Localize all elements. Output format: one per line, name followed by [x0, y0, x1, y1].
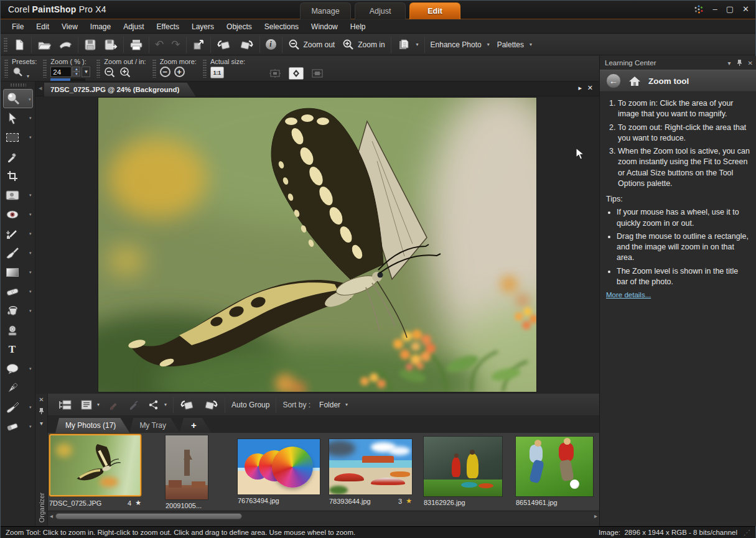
new-image-button[interactable]: [9, 37, 29, 53]
zoom-in-button[interactable]: Zoom in: [338, 37, 388, 53]
tool-flyout-arrow[interactable]: ▾: [29, 212, 32, 217]
rotate-left-button[interactable]: [213, 37, 235, 53]
tab-my-photos[interactable]: My Photos (17): [55, 418, 129, 433]
tab-scroll-left-icon[interactable]: ◂: [39, 84, 42, 92]
drag-handle[interactable]: [203, 59, 207, 78]
save-as-button[interactable]: [100, 37, 121, 53]
document-tab[interactable]: 7DSC_0725.JPG @ 24% (Background): [44, 83, 195, 96]
scroll-right-icon[interactable]: ▸: [594, 512, 597, 519]
resize-button[interactable]: [189, 37, 208, 53]
minimize-button[interactable]: –: [713, 4, 717, 14]
tool-eraser[interactable]: ▾: [3, 417, 33, 436]
thumbnail-20091005[interactable]: 20091005...: [166, 435, 208, 509]
tool-text[interactable]: T: [3, 340, 33, 359]
tool-object-extractor[interactable]: ▾: [3, 185, 33, 205]
rotate-right-button[interactable]: [235, 37, 258, 53]
drag-handle[interactable]: [4, 59, 8, 78]
menu-selections[interactable]: Selections: [258, 21, 305, 33]
menu-window[interactable]: Window: [305, 21, 344, 33]
print-button[interactable]: [126, 37, 147, 53]
maximize-button[interactable]: ▢: [726, 4, 734, 14]
tool-pen[interactable]: [3, 378, 33, 397]
organizer-rotate-right-button[interactable]: [199, 397, 223, 413]
undo-button[interactable]: ↶: [151, 37, 167, 52]
tool-flyout-arrow[interactable]: ▾: [29, 289, 32, 294]
open-button[interactable]: [34, 37, 55, 53]
presets-dropdown[interactable]: [12, 67, 29, 80]
menu-layers[interactable]: Layers: [185, 21, 220, 33]
workspace-tab-edit[interactable]: Edit: [409, 2, 460, 19]
thumbnail-7DSC_0725[interactable]: 7DSC_0725.JPG4: [49, 434, 141, 507]
zoom-spin-arrows[interactable]: ▲▼: [72, 67, 80, 77]
tab-scroll-right-icon[interactable]: ▸: [578, 84, 582, 92]
tool-makeover[interactable]: ▾: [3, 224, 33, 243]
tool-zoom[interactable]: ▾: [3, 89, 33, 108]
thumbnail-78393644[interactable]: 78393644.jpg3: [329, 439, 412, 505]
thumbnail-76763494[interactable]: 76763494.jpg: [238, 439, 320, 504]
tool-flyout-arrow[interactable]: ▾: [29, 231, 32, 236]
corel-guide-icon[interactable]: [693, 4, 704, 14]
pin-icon[interactable]: [737, 59, 742, 67]
tool-flyout-arrow[interactable]: ▾: [29, 308, 32, 313]
close-button[interactable]: ✕: [742, 4, 749, 14]
center-image-icon[interactable]: [289, 67, 304, 80]
menu-effects[interactable]: Effects: [151, 21, 185, 33]
panel-menu-icon[interactable]: ▾: [728, 60, 731, 67]
image-canvas[interactable]: [35, 96, 599, 394]
fit-window-to-image-icon[interactable]: [268, 67, 282, 80]
tool-crop[interactable]: [3, 166, 33, 185]
sort-by-dropdown[interactable]: Folder: [315, 399, 352, 411]
auto-group-button[interactable]: Auto Group: [227, 399, 274, 411]
tool-dropper[interactable]: [3, 147, 33, 166]
organizer-view-menu-button[interactable]: [77, 398, 104, 412]
menu-objects[interactable]: Objects: [220, 21, 258, 33]
drag-handle[interactable]: [96, 59, 100, 78]
tool-flood-fill[interactable]: ▾: [3, 301, 33, 320]
add-tray-button[interactable]: +: [180, 418, 212, 433]
organizer-horizontal-scrollbar[interactable]: ◂ ▸: [48, 511, 599, 521]
image-information-button[interactable]: i: [262, 37, 280, 52]
organizer-rotate-left-button[interactable]: [175, 397, 199, 413]
drag-handle[interactable]: [10, 83, 26, 86]
tool-selection[interactable]: ▾: [3, 128, 33, 147]
drag-handle[interactable]: [43, 59, 47, 78]
scroll-left-icon[interactable]: ◂: [50, 512, 53, 519]
tool-flyout-arrow[interactable]: ▾: [29, 135, 32, 140]
more-details-link[interactable]: More details...: [606, 291, 651, 299]
tool-paint-brush[interactable]: ▾: [3, 243, 33, 262]
actual-size-button[interactable]: 1:1: [210, 67, 224, 78]
tool-warp-brush[interactable]: ▾: [3, 397, 33, 417]
panel-close-icon[interactable]: ✕: [748, 60, 753, 67]
copy-special-button[interactable]: [393, 37, 422, 53]
organizer-pin-icon[interactable]: [39, 407, 44, 415]
tool-flyout-arrow[interactable]: ▾: [29, 424, 32, 429]
home-icon[interactable]: [628, 75, 641, 86]
organizer-info-button[interactable]: [124, 398, 144, 412]
zoom-percent-input[interactable]: [50, 67, 72, 77]
scan-button[interactable]: [55, 37, 76, 53]
save-button[interactable]: [80, 37, 100, 53]
zoom-more-out-button[interactable]: −: [160, 67, 170, 77]
zoom-more-in-button[interactable]: +: [174, 67, 185, 77]
tool-flyout-arrow[interactable]: ▾: [29, 405, 32, 410]
zoom-in-step-button[interactable]: [119, 67, 131, 80]
organizer-edit-button[interactable]: [104, 398, 124, 412]
organizer-menu-arrow-icon[interactable]: ▾: [40, 420, 43, 427]
organizer-panel-toggle-button[interactable]: [54, 397, 77, 412]
document-close-icon[interactable]: ✕: [587, 84, 593, 92]
tool-flyout-arrow[interactable]: ▾: [29, 251, 32, 256]
thumbnail-83162926[interactable]: 83162926.jpg: [424, 437, 502, 506]
back-icon[interactable]: ←: [606, 73, 621, 88]
scrollbar-thumb[interactable]: [55, 513, 242, 519]
zoom-out-step-button[interactable]: [104, 67, 116, 80]
menu-image[interactable]: Image: [84, 21, 117, 33]
workspace-tab-manage[interactable]: Manage: [300, 2, 351, 19]
tool-flyout-arrow[interactable]: ▾: [29, 193, 32, 198]
toolbar-drag-handle[interactable]: [4, 37, 7, 52]
menu-view[interactable]: View: [55, 21, 84, 33]
menu-edit[interactable]: Edit: [30, 21, 55, 33]
tool-red-eye[interactable]: ▾: [3, 205, 33, 224]
drag-handle[interactable]: [152, 59, 156, 78]
menu-adjust[interactable]: Adjust: [117, 21, 150, 33]
menu-file[interactable]: File: [6, 21, 30, 33]
